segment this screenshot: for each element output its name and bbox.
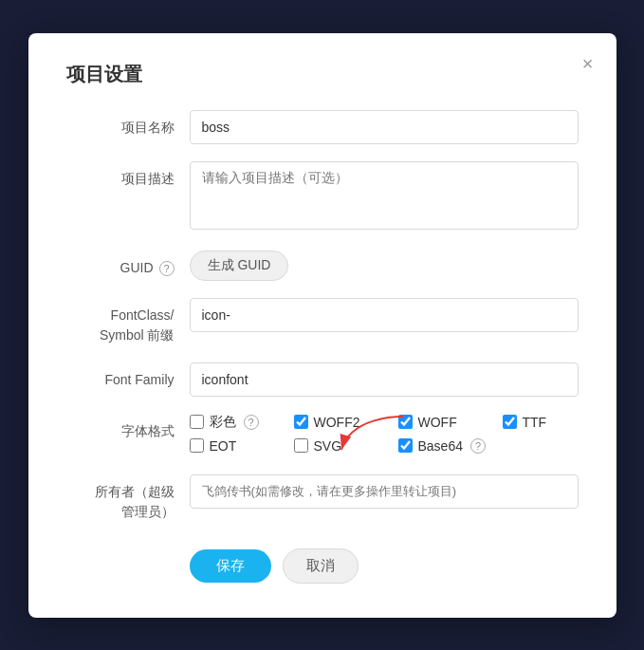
dialog-title: 项目设置 (66, 62, 579, 87)
checkbox-ttf-input[interactable] (503, 415, 517, 429)
checkbox-eot[interactable]: EOT (190, 438, 275, 454)
base64-help-icon[interactable]: ? (470, 438, 486, 454)
fontfamily-label: Font Family (66, 362, 190, 390)
project-name-label: 项目名称 (66, 110, 190, 138)
checkbox-woff-label: WOFF (418, 415, 457, 430)
dialog: 项目设置 × 项目名称 项目描述 GUID ? 生成 GUID (28, 33, 616, 618)
close-button[interactable]: × (579, 50, 598, 77)
checkbox-caiyou-input[interactable] (190, 415, 204, 429)
cancel-button[interactable]: 取消 (283, 548, 359, 584)
project-desc-control (190, 161, 579, 233)
checkbox-ttf[interactable]: TTF (503, 414, 588, 431)
fontfamily-control (190, 362, 579, 397)
fontclass-control (190, 298, 579, 332)
fontclass-input[interactable] (190, 298, 579, 332)
checkbox-woff2-input[interactable] (294, 415, 308, 429)
owner-row: 所有者（超级管理员） (66, 474, 579, 522)
fontformat-row: 字体格式 彩色 ? WOFF2 WOFF (66, 414, 579, 454)
owner-control (190, 474, 579, 509)
checkbox-ttf-label: TTF (523, 415, 547, 430)
fontclass-label: FontClass/Symbol 前缀 (66, 298, 190, 345)
caiyou-help-icon[interactable]: ? (244, 415, 259, 430)
guid-label: GUID ? (66, 251, 190, 278)
checkbox-caiyou[interactable]: 彩色 ? (190, 414, 275, 431)
red-arrow (322, 412, 417, 459)
footer-row: 保存 取消 (66, 548, 579, 584)
fontfamily-input[interactable] (190, 362, 579, 397)
guid-help-icon[interactable]: ? (159, 261, 175, 276)
checkbox-caiyou-label: 彩色 (210, 414, 236, 431)
guid-control: 生成 GUID (190, 251, 579, 281)
project-name-row: 项目名称 (66, 110, 579, 144)
guid-row: GUID ? 生成 GUID (66, 251, 579, 281)
project-desc-label: 项目描述 (66, 161, 190, 189)
project-desc-input[interactable] (190, 161, 579, 230)
modal-overlay: 项目设置 × 项目名称 项目描述 GUID ? 生成 GUID (0, 0, 644, 650)
owner-label: 所有者（超级管理员） (66, 474, 190, 522)
checkbox-svg-input[interactable] (294, 438, 308, 453)
save-button[interactable]: 保存 (190, 549, 271, 583)
checkbox-eot-label: EOT (210, 438, 237, 454)
checkbox-base64-label: Base64 (418, 438, 463, 454)
fontformat-label: 字体格式 (66, 414, 190, 441)
project-name-control (190, 110, 579, 144)
project-desc-row: 项目描述 (66, 161, 579, 233)
checkbox-row-2: EOT SVG Base64 ? (190, 438, 588, 454)
fontfamily-row: Font Family (66, 362, 579, 397)
fontformat-control: 彩色 ? WOFF2 WOFF TTF (190, 414, 588, 454)
owner-input[interactable] (190, 474, 579, 509)
generate-guid-button[interactable]: 生成 GUID (190, 251, 289, 281)
fontclass-row: FontClass/Symbol 前缀 (66, 298, 579, 345)
checkbox-eot-input[interactable] (190, 438, 204, 453)
project-name-input[interactable] (190, 110, 579, 144)
